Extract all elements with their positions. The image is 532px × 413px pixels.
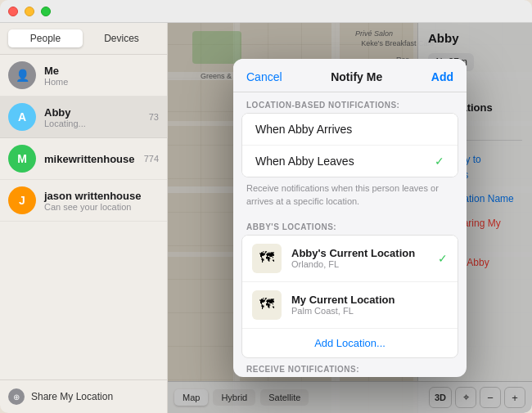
share-location[interactable]: ⊕ Share My Location xyxy=(0,379,167,413)
location-name-current: Abby's Current Location xyxy=(291,247,428,259)
sidebar-item-mike-name: mikewrittenhouse xyxy=(44,153,136,165)
sidebar-item-mike-time: 774 xyxy=(144,154,159,164)
share-location-icon: ⊕ xyxy=(8,388,25,405)
title-bar xyxy=(0,0,532,23)
sidebar-item-me-name: Me xyxy=(44,65,159,77)
tab-people[interactable]: People xyxy=(8,29,83,47)
app-window: People Devices 👤 Me Home A Abby xyxy=(0,0,532,413)
modal-header: Cancel Notify Me Add xyxy=(233,59,467,92)
sidebar-item-abby[interactable]: A Abby Locating... 73 xyxy=(0,97,167,138)
sidebar-tabs: People Devices xyxy=(0,23,167,55)
modal-title: Notify Me xyxy=(331,70,382,83)
sidebar-item-abby-name: Abby xyxy=(44,106,141,119)
sidebar-item-jason[interactable]: J jason writtenhouse Can see your locati… xyxy=(0,180,167,222)
locations-group: 🗺 Abby's Current Location Orlando, FL ✓ … xyxy=(241,235,458,358)
location-name-my-current: My Current Location xyxy=(291,294,448,306)
option-leaves-check: ✓ xyxy=(435,155,444,168)
sidebar-list: 👤 Me Home A Abby Locating... 73 xyxy=(0,55,167,379)
abbys-locations-label: ABBY'S LOCATIONS: xyxy=(233,214,467,235)
avatar-abby: A xyxy=(8,103,36,131)
location-check-current: ✓ xyxy=(438,252,448,265)
sidebar: People Devices 👤 Me Home A Abby xyxy=(0,23,168,413)
receive-notifications-label: RECEIVE NOTIFICATIONS: xyxy=(233,358,467,377)
sidebar-item-abby-time: 73 xyxy=(149,112,159,122)
sidebar-item-abby-info: Abby Locating... xyxy=(44,106,141,128)
modal-overlay: Cancel Notify Me Add LOCATION-BASED NOTI… xyxy=(168,23,532,413)
location-city-current: Orlando, FL xyxy=(291,259,428,269)
location-city-my-current: Palm Coast, FL xyxy=(291,306,448,316)
sidebar-item-mike[interactable]: M mikewrittenhouse 774 xyxy=(0,138,167,180)
location-info-current: Abby's Current Location Orlando, FL xyxy=(291,247,428,269)
sidebar-item-mike-info: mikewrittenhouse xyxy=(44,153,136,165)
map-area: Privé Salon Keke's Breakfast Cafe Res Gr… xyxy=(168,23,532,413)
option-arrives[interactable]: When Abby Arrives xyxy=(242,114,458,146)
location-based-label: LOCATION-BASED NOTIFICATIONS: xyxy=(233,92,467,113)
avatar-mike: M xyxy=(8,145,36,173)
option-arrives-text: When Abby Arrives xyxy=(255,123,352,136)
maximize-button[interactable] xyxy=(41,7,51,16)
add-location-button[interactable]: Add Location... xyxy=(242,329,458,357)
option-leaves-text: When Abby Leaves xyxy=(255,155,354,168)
location-option-my-current[interactable]: 🗺 My Current Location Palm Coast, FL xyxy=(242,282,458,329)
modal-add-button[interactable]: Add xyxy=(431,70,453,83)
location-thumb-current: 🗺 xyxy=(252,244,282,273)
sidebar-item-jason-info: jason writtenhouse Can see your location xyxy=(44,190,159,212)
notify-me-modal: Cancel Notify Me Add LOCATION-BASED NOTI… xyxy=(233,59,467,377)
modal-description: Receive notifications when this person l… xyxy=(233,177,467,214)
notification-options-group: When Abby Arrives When Abby Leaves ✓ xyxy=(241,113,458,177)
sidebar-item-me-info: Me Home xyxy=(44,65,159,87)
modal-cancel-button[interactable]: Cancel xyxy=(246,70,282,83)
avatar-jason: J xyxy=(8,186,36,214)
close-button[interactable] xyxy=(8,7,18,16)
sidebar-item-me-sub: Home xyxy=(44,77,159,87)
tab-devices[interactable]: Devices xyxy=(84,29,159,47)
main-area: People Devices 👤 Me Home A Abby xyxy=(0,23,532,413)
avatar-me: 👤 xyxy=(8,61,36,89)
sidebar-item-jason-name: jason writtenhouse xyxy=(44,190,159,202)
sidebar-item-abby-sub: Locating... xyxy=(44,119,141,128)
location-info-my-current: My Current Location Palm Coast, FL xyxy=(291,294,448,316)
sidebar-item-me[interactable]: 👤 Me Home xyxy=(0,55,167,97)
location-option-current[interactable]: 🗺 Abby's Current Location Orlando, FL ✓ xyxy=(242,236,458,282)
location-thumb-my-current: 🗺 xyxy=(252,290,282,320)
minimize-button[interactable] xyxy=(25,7,34,16)
share-location-text: Share My Location xyxy=(31,391,113,402)
sidebar-item-jason-sub: Can see your location xyxy=(44,202,159,212)
option-leaves[interactable]: When Abby Leaves ✓ xyxy=(242,146,458,177)
